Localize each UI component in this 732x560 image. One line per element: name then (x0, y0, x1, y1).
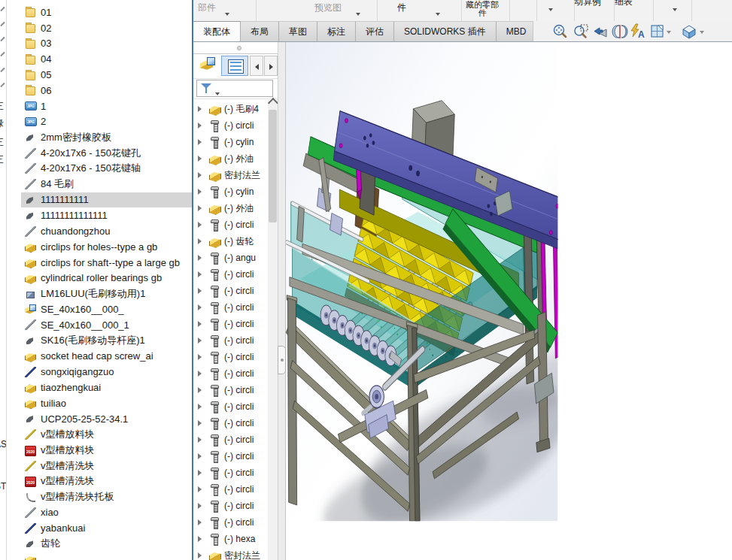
tree-item[interactable]: (-) circli (193, 316, 269, 332)
tree-item[interactable]: (-) circli (193, 349, 269, 365)
file-item[interactable]: v型槽清洗块 (21, 474, 192, 489)
tab-标注[interactable]: 标注 (317, 21, 356, 41)
zoom-to-area-icon[interactable] (573, 23, 589, 40)
file-item[interactable]: 02 (21, 20, 192, 36)
tab-布局[interactable]: 布局 (241, 21, 279, 41)
expand-caret-icon[interactable] (198, 304, 205, 310)
scrollbar-thumb[interactable] (269, 110, 277, 222)
file-item[interactable]: UCP205-25-52-34.1 (21, 411, 192, 427)
tab-装配体[interactable]: 装配体 (193, 21, 241, 41)
expand-caret-icon[interactable] (198, 106, 205, 112)
tree-item[interactable]: (-) circli (193, 431, 269, 448)
file-item[interactable]: 04 (21, 51, 192, 67)
expand-caret-icon[interactable] (198, 222, 205, 228)
tree-item[interactable]: (-) circli (193, 365, 269, 382)
expand-caret-icon[interactable] (198, 338, 205, 344)
expand-caret-icon[interactable] (198, 321, 205, 327)
file-item[interactable]: socket head cap screw_ai (21, 349, 192, 365)
expand-caret-icon[interactable] (198, 371, 205, 377)
expand-caret-icon[interactable] (198, 387, 205, 393)
file-item[interactable]: 11111111111111 (21, 207, 192, 223)
dropdown-caret-icon[interactable] (225, 13, 229, 16)
file-item[interactable]: v型槽清洗块 (21, 458, 192, 474)
expand-caret-icon[interactable] (198, 238, 205, 244)
ribbon-button-label[interactable]: 藏的零部件 (465, 1, 500, 17)
expand-caret-icon[interactable] (198, 139, 205, 145)
previous-view-icon[interactable] (591, 23, 608, 40)
file-item[interactable]: 84 毛刷 (21, 177, 192, 192)
tree-scrollbar[interactable] (268, 98, 278, 560)
tree-item[interactable]: (-) circli (193, 448, 269, 465)
dropdown-caret-icon[interactable] (356, 13, 360, 16)
file-item[interactable]: 2mm密封橡胶板 (21, 129, 192, 145)
view-annotations-icon[interactable]: A (629, 23, 645, 40)
tree-item[interactable]: (-) circli (193, 216, 269, 233)
file-item[interactable]: tuiliao (21, 395, 192, 411)
file-item[interactable]: circlips for shaft--type a large gb (21, 255, 192, 271)
dropdown-caret-icon[interactable] (548, 8, 553, 11)
file-item[interactable]: 1 (21, 98, 192, 114)
tree-item[interactable]: (-) circli (193, 514, 269, 531)
view-orientation-icon[interactable] (649, 23, 666, 40)
file-item[interactable]: 4-20x17x6 - 150花键轴 (21, 161, 192, 177)
file-item[interactable]: SE_40x160__000_1 (21, 317, 192, 333)
tree-item[interactable]: (-) 外油 (193, 150, 269, 167)
dropdown-caret-icon[interactable] (673, 8, 677, 11)
file-item[interactable]: LM16LUU(毛刷移动用)1 (21, 286, 192, 301)
dropdown-caret-icon[interactable] (700, 31, 704, 34)
expand-caret-icon[interactable] (198, 255, 205, 261)
pane-arrow-left-button[interactable] (250, 56, 263, 76)
file-item[interactable]: chuandongzhou (21, 223, 192, 239)
file-item[interactable]: v型槽放料块 (21, 442, 192, 458)
tree-item[interactable]: (-) 齿轮 (193, 233, 269, 250)
tab-feature-manager[interactable] (221, 56, 248, 76)
file-item[interactable]: 2 (21, 114, 192, 130)
tree-item[interactable]: (-) circli (193, 332, 269, 349)
splitter-handle[interactable] (278, 346, 286, 374)
file-item[interactable]: SK16(毛刷移动导杆座)1 (21, 333, 192, 349)
expand-caret-icon[interactable] (198, 404, 205, 410)
tree-item[interactable]: (-) circli (193, 481, 269, 498)
file-item[interactable]: 01 (21, 5, 192, 20)
dropdown-caret-icon[interactable] (667, 31, 671, 34)
tree-item[interactable]: (-) circli (193, 299, 269, 316)
file-item[interactable]: yabankuai (21, 520, 192, 536)
tree-item[interactable]: (-) circli (193, 498, 269, 514)
file-item[interactable]: 齿轮 (21, 536, 192, 552)
ribbon-button-label[interactable]: 动算例 (574, 0, 601, 8)
expand-caret-icon[interactable] (198, 205, 205, 211)
tab-草图[interactable]: 草图 (279, 21, 317, 41)
expand-caret-icon[interactable] (198, 354, 205, 360)
section-view-icon[interactable] (612, 23, 628, 40)
file-item[interactable]: xiao (21, 505, 192, 521)
zoom-to-fit-icon[interactable] (552, 23, 569, 40)
tree-item[interactable]: (-) 外油 (193, 200, 269, 216)
tree-item[interactable]: (-) angu (193, 250, 269, 266)
expand-caret-icon[interactable] (198, 123, 205, 129)
tree-item[interactable]: (-) hexa (193, 531, 269, 547)
file-item[interactable] (21, 552, 192, 560)
ribbon-button-label[interactable]: 细表 (615, 0, 633, 8)
file-item[interactable]: v型槽放料块 (21, 427, 192, 443)
ribbon-button-label[interactable]: 件 (397, 2, 406, 14)
file-item[interactable]: 05 (21, 67, 192, 83)
ribbon-button-label[interactable]: 预览图 (314, 2, 342, 14)
dropdown-caret-icon[interactable] (436, 13, 440, 16)
expand-caret-icon[interactable] (198, 486, 205, 492)
file-item[interactable]: cylindrical roller bearings gb (21, 271, 192, 286)
expand-caret-icon[interactable] (198, 420, 205, 426)
file-item[interactable]: 4-20x17x6 - 150花键孔 (21, 145, 192, 161)
expand-caret-icon[interactable] (198, 172, 205, 178)
tree-item[interactable]: (-) circli (193, 415, 269, 431)
tree-item[interactable]: (-) circli (193, 382, 269, 398)
panel-splitter-bar[interactable] (193, 42, 278, 54)
tree-item[interactable]: (-) cylin (193, 134, 269, 150)
display-style-icon[interactable] (681, 23, 697, 40)
file-item[interactable]: circlips for holes--type a gb (21, 239, 192, 255)
dropdown-caret-icon[interactable] (215, 92, 220, 95)
expand-caret-icon[interactable] (198, 437, 205, 443)
expand-caret-icon[interactable] (198, 189, 205, 195)
expand-caret-icon[interactable] (198, 271, 205, 277)
expand-caret-icon[interactable] (198, 453, 205, 459)
file-item[interactable]: v型槽清洗块托板 (21, 489, 192, 505)
